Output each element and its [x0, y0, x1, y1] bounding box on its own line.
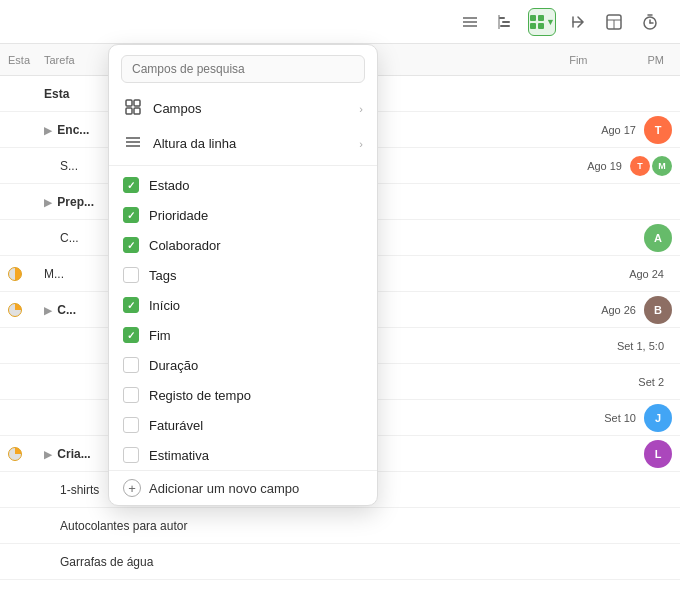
avatar: T [644, 116, 672, 144]
field-label-registo: Registo de tempo [149, 388, 251, 403]
status-icon [8, 303, 22, 317]
checkbox-fim[interactable] [123, 327, 139, 343]
svg-rect-18 [126, 100, 132, 106]
field-label-tags: Tags [149, 268, 176, 283]
checkbox-estimativa[interactable] [123, 447, 139, 463]
svg-rect-20 [126, 108, 132, 114]
row-status [8, 447, 44, 461]
altura-arrow-icon: › [359, 138, 363, 150]
svg-rect-21 [134, 108, 140, 114]
row-fim: Ago 26 [574, 304, 644, 316]
merge-icon[interactable] [564, 8, 592, 36]
table2-icon[interactable] [600, 8, 628, 36]
campos-arrow-icon: › [359, 103, 363, 115]
row-fim: Ago 24 [602, 268, 672, 280]
col-header-pm: PM [648, 54, 673, 66]
checkbox-prioridade[interactable] [123, 207, 139, 223]
grid-dropdown-arrow: ▼ [546, 17, 555, 27]
svg-rect-10 [538, 23, 544, 29]
divider [109, 165, 377, 166]
svg-rect-5 [500, 25, 510, 27]
checkbox-estado[interactable] [123, 177, 139, 193]
add-field-label: Adicionar um novo campo [149, 481, 299, 496]
add-field-button[interactable]: + Adicionar um novo campo [109, 470, 377, 505]
lines-icon[interactable] [456, 8, 484, 36]
field-label-estado: Estado [149, 178, 189, 193]
row-fim: Ago 17 [574, 124, 644, 136]
field-item-estado[interactable]: Estado [109, 170, 377, 200]
avatar: T [630, 156, 650, 176]
row-height-icon [123, 134, 143, 153]
fields-icon [123, 99, 143, 118]
checkbox-inicio[interactable] [123, 297, 139, 313]
field-label-fim: Fim [149, 328, 171, 343]
add-icon: + [123, 479, 141, 497]
svg-rect-19 [134, 100, 140, 106]
field-label-faturavel: Faturável [149, 418, 203, 433]
field-label-colaborador: Colaborador [149, 238, 221, 253]
col-header-fim: Fim [569, 54, 647, 66]
menu-label-campos: Campos [153, 101, 349, 116]
field-item-estimativa[interactable]: Estimativa [109, 440, 377, 470]
field-item-faturavel[interactable]: Faturável [109, 410, 377, 440]
checkbox-duracao[interactable] [123, 357, 139, 373]
field-label-prioridade: Prioridade [149, 208, 208, 223]
avatar: A [644, 224, 672, 252]
field-item-prioridade[interactable]: Prioridade [109, 200, 377, 230]
field-label-estimativa: Estimativa [149, 448, 209, 463]
field-label-duracao: Duração [149, 358, 198, 373]
toolbar: ▼ [0, 0, 680, 44]
menu-item-campos[interactable]: Campos › [109, 91, 377, 126]
row-fim: Set 10 [574, 412, 644, 424]
status-icon [8, 447, 22, 461]
row-fim: Set 1, 5:0 [602, 340, 672, 352]
menu-item-altura[interactable]: Altura da linha › [109, 126, 377, 161]
timer-icon[interactable] [636, 8, 664, 36]
avatar: J [644, 404, 672, 432]
field-item-inicio[interactable]: Início [109, 290, 377, 320]
svg-rect-8 [538, 15, 544, 21]
field-item-tags[interactable]: Tags [109, 260, 377, 290]
avatar: B [644, 296, 672, 324]
field-item-duracao[interactable]: Duração [109, 350, 377, 380]
avatar: L [644, 440, 672, 468]
field-item-registo[interactable]: Registo de tempo [109, 380, 377, 410]
avatar: M [652, 156, 672, 176]
field-item-fim[interactable]: Fim [109, 320, 377, 350]
row-name: Garrafas de água [44, 555, 224, 569]
checkbox-registo[interactable] [123, 387, 139, 403]
status-icon [8, 267, 22, 281]
svg-rect-3 [499, 17, 505, 19]
table-row: Autocolantes para autor [0, 508, 680, 544]
row-status [8, 303, 44, 317]
col-header-esta: Esta [8, 54, 44, 66]
svg-rect-9 [530, 23, 536, 29]
menu-label-altura: Altura da linha [153, 136, 349, 151]
field-item-colaborador[interactable]: Colaborador [109, 230, 377, 260]
checkbox-faturavel[interactable] [123, 417, 139, 433]
search-input[interactable] [121, 55, 365, 83]
svg-rect-7 [530, 15, 536, 21]
row-status [8, 267, 44, 281]
checkbox-tags[interactable] [123, 267, 139, 283]
field-label-inicio: Início [149, 298, 180, 313]
row-fim: Ago 19 [560, 160, 630, 172]
row-fim: Set 2 [602, 376, 672, 388]
grid-icon[interactable]: ▼ [528, 8, 556, 36]
row-name: Autocolantes para autor [44, 519, 224, 533]
svg-rect-4 [502, 21, 510, 23]
search-box [109, 45, 377, 91]
gantt-icon[interactable] [492, 8, 520, 36]
checkbox-colaborador[interactable] [123, 237, 139, 253]
dropdown-panel: Campos › Altura da linha › Estado Priori… [108, 44, 378, 506]
table-row: Garrafas de água [0, 544, 680, 580]
